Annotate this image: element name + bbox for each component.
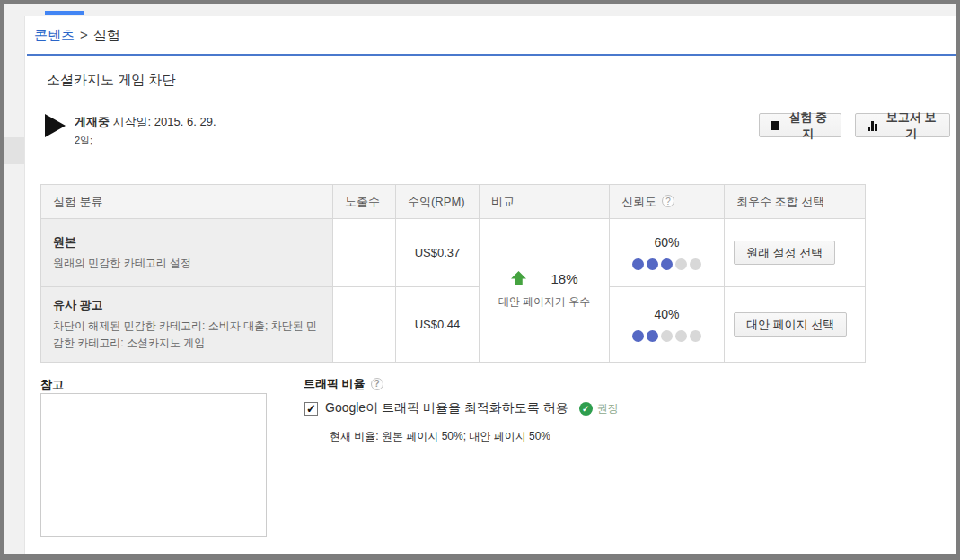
comparison-note: 대안 페이지가 우수 [480,294,609,310]
table-row: 유사 광고 차단이 해제된 민감한 카테고리: 소비자 대출; 차단된 민감한 … [41,287,866,363]
status-state: 게재중 [75,115,110,128]
stop-button-label: 실험 중지 [787,109,829,142]
comparison-cell: 18% 대안 페이지가 우수 [480,219,610,363]
variant-description: 차단이 해제된 민감한 카테고리: 소비자 대출; 차단된 민감한 카테고리: … [53,318,321,351]
choose-original-button[interactable]: 원래 설정 선택 [734,241,835,265]
table-header-row: 실험 분류 노출수 수익(RPM) 비교 신뢰도? 최우수 조합 선택 [41,185,866,219]
experiment-status: 게재중 시작일: 2015. 6. 29. 2일; [75,114,216,147]
current-ratio-text: 현재 비율: 원본 페이지 50%; 대안 페이지 50% [330,429,550,444]
notes-textarea[interactable] [40,393,267,537]
header-variant: 실험 분류 [41,185,333,219]
collapsed-sidebar[interactable] [4,16,25,554]
confidence-value: 40% [610,307,724,321]
impressions-value [333,287,396,363]
report-button-label: 보고서 보기 [885,109,938,142]
browser-top-strip [4,4,956,16]
view-report-button[interactable]: 보고서 보기 [855,113,950,137]
header-divider [27,54,956,56]
breadcrumb-link-content[interactable]: 콘텐츠 [34,27,75,42]
confidence-dots [610,330,724,342]
variant-cell-original: 원본 원래의 민감한 카테고리 설정 [41,219,333,287]
variant-cell-variation: 유사 광고 차단이 해제된 민감한 카테고리: 소비자 대출; 차단된 민감한 … [41,287,333,363]
optimize-traffic-checkbox[interactable]: ✓ [304,402,318,416]
variant-name: 원본 [53,234,321,250]
rpm-value: US$0.44 [396,287,480,363]
recommended-badge: ✓ 권장 [579,401,619,416]
play-icon [45,114,66,137]
breadcrumb-current: 실험 [93,27,120,42]
up-arrow-icon [510,271,527,286]
recommended-check-icon: ✓ [579,402,593,416]
notes-label: 참고 [40,377,64,393]
confidence-dots [610,258,724,270]
page-title: 소셜카지노 게임 차단 [47,72,175,89]
active-tab-indicator [45,11,84,15]
confidence-help-icon[interactable]: ? [662,195,674,207]
variant-name: 유사 광고 [53,297,321,313]
action-cell: 대안 페이지 선택 [725,287,866,363]
confidence-value: 60% [610,235,724,249]
breadcrumb-separator: > [75,27,93,42]
traffic-ratio-heading: 트래픽 비율? [304,376,383,392]
impressions-value [333,219,396,287]
traffic-help-icon[interactable]: ? [371,378,383,390]
variant-description: 원래의 민감한 카테고리 설정 [53,255,321,272]
sidebar-scroll-thumb[interactable] [4,137,24,164]
optimize-traffic-label: Google이 트래픽 비율을 최적화하도록 허용 [325,400,568,416]
recommended-label: 권장 [597,401,619,416]
header-rpm: 수익(RPM) [396,185,480,219]
confidence-cell: 60% [610,219,725,287]
header-confidence: 신뢰도? [610,185,725,219]
comparison-value: 18% [550,271,577,286]
rpm-value: US$0.37 [396,219,480,287]
header-impressions: 노출수 [333,185,396,219]
table-row: 원본 원래의 민감한 카테고리 설정 US$0.37 18% 대안 페이지가 우… [41,219,866,287]
status-duration: 2일; [75,134,216,147]
status-start-date: 시작일: 2015. 6. 29. [110,115,216,128]
bar-chart-icon [868,120,876,131]
stop-icon [771,121,779,130]
breadcrumb: 콘텐츠>실험 [34,27,120,44]
header-best-combo: 최우수 조합 선택 [725,185,866,219]
choose-variation-button[interactable]: 대안 페이지 선택 [734,312,847,337]
action-cell: 원래 설정 선택 [725,219,866,287]
header-comparison: 비교 [480,185,610,219]
experiment-results-table: 실험 분류 노출수 수익(RPM) 비교 신뢰도? 최우수 조합 선택 원본 원… [40,184,866,363]
stop-experiment-button[interactable]: 실험 중지 [759,113,841,137]
confidence-cell: 40% [610,287,725,363]
